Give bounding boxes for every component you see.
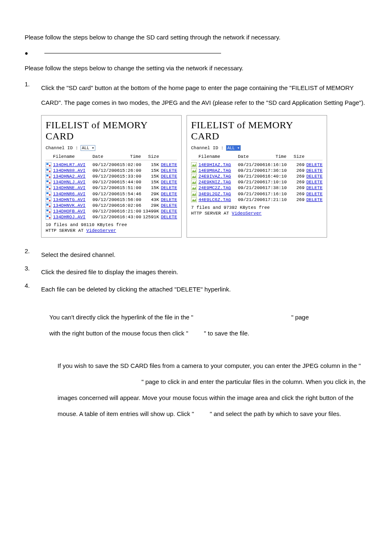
step-number: 3.	[25, 265, 41, 280]
avi-file-icon	[46, 192, 51, 196]
svg-point-5	[49, 171, 51, 172]
file-link[interactable]: 134DHNA2.AVI	[53, 174, 85, 179]
file-link[interactable]: 134DHNNE.AVI	[53, 185, 85, 190]
channel-select[interactable]: ALL ▾	[226, 145, 241, 151]
note-block-2: If you wish to save the SD CARD files fr…	[58, 358, 367, 422]
chevron-down-icon: ▾	[92, 146, 94, 150]
hdr-filename: Filename	[53, 154, 92, 159]
table-row: 134DHNLJ.AVI09/12/200615:44:0015KDELETE	[46, 179, 177, 185]
file-date: 09/12/2006	[92, 185, 120, 190]
step-3: 3. Click the desired file to display the…	[25, 265, 367, 280]
file-time: 16:16:10	[265, 162, 286, 167]
file-link[interactable]: 134DHLR7.AVI	[53, 162, 85, 167]
svg-point-2	[49, 165, 51, 166]
delete-link[interactable]: DELETE	[161, 168, 177, 173]
file-time: 15:56:00	[120, 197, 141, 202]
file-size: 15K	[141, 174, 159, 179]
svg-rect-7	[46, 175, 48, 176]
delete-link[interactable]: DELETE	[306, 168, 323, 173]
svg-rect-36	[191, 197, 197, 202]
delete-link[interactable]: DELETE	[161, 192, 177, 196]
hdr-size: Size	[141, 154, 159, 159]
file-date: 09/12/2006	[92, 168, 120, 173]
delete-link[interactable]: DELETE	[306, 197, 323, 202]
file-link[interactable]: 24E9IVAZ.TAG	[198, 174, 231, 179]
table-row: 134DHNR6.AVI09/12/200615:54:4629KDELETE	[46, 191, 177, 196]
file-date: 09/21/2006	[238, 162, 265, 167]
file-date: 09/12/2006	[92, 180, 120, 185]
file-link[interactable]: 134DHROJ.AVI	[53, 215, 85, 220]
delete-link[interactable]: DELETE	[161, 174, 177, 179]
file-time: 15:26:00	[120, 168, 141, 173]
channel-row: Channel ID : ALL ▾	[191, 145, 323, 151]
file-size: 15K	[141, 180, 159, 185]
file-date: 09/21/2006	[238, 168, 265, 173]
avi-file-icon	[46, 185, 51, 190]
table-row: 134DHN88.AVI09/12/200615:26:0015KDELETE	[46, 168, 177, 173]
bullet-row: ●	[25, 50, 367, 56]
step-4: 4. Each file can be deleted by clicking …	[25, 282, 367, 297]
file-link[interactable]: 134DHNTG.AVI	[53, 197, 85, 202]
svg-rect-25	[46, 210, 48, 211]
file-link[interactable]: 134DHNR6.AVI	[53, 192, 85, 196]
delete-link[interactable]: DELETE	[161, 197, 177, 202]
file-date: 09/12/2006	[92, 197, 120, 202]
file-time: 15:44:00	[120, 180, 141, 185]
avi-file-icon	[46, 162, 51, 167]
svg-point-29	[49, 217, 51, 219]
file-link[interactable]: 14E9HIAZ.TAG	[198, 162, 231, 167]
channel-select[interactable]: ALL ▾	[81, 145, 95, 151]
table-row: 134DHLR7.AVI09/12/200615:02:0015KDELETE	[46, 162, 177, 168]
step-text: Each file can be deleted by clicking the…	[41, 282, 367, 297]
videoserver-link[interactable]: VideoServer	[86, 228, 116, 233]
file-size: 269	[286, 168, 304, 173]
hdr-date: Date	[238, 154, 265, 159]
delete-link[interactable]: DELETE	[306, 174, 323, 179]
svg-rect-34	[191, 185, 197, 190]
table-header: Filename Date Time Size	[46, 153, 177, 160]
table-row: 24E9IVAZ.TAG09/21/200616:40:10269DELETE	[191, 173, 323, 179]
tag-file-icon	[191, 185, 197, 190]
chevron-down-icon: ▾	[237, 146, 240, 150]
file-link[interactable]: 24E9KNIZ.TAG	[198, 180, 231, 185]
intro-2: Please follow the steps below to change …	[25, 64, 367, 72]
avi-file-icon	[46, 203, 51, 208]
avi-file-icon	[46, 168, 51, 173]
table-row: 134DHNTG.AVI09/12/200615:56:0043KDELETE	[46, 197, 177, 203]
file-link[interactable]: 24E9MC2Z.TAG	[198, 185, 231, 190]
delete-link[interactable]: DELETE	[161, 162, 177, 167]
svg-rect-35	[191, 192, 197, 196]
tag-file-icon	[191, 197, 197, 202]
delete-link[interactable]: DELETE	[306, 162, 323, 167]
file-time: 17:36:10	[265, 168, 286, 173]
delete-link[interactable]: DELETE	[306, 192, 323, 196]
delete-link[interactable]: DELETE	[306, 180, 323, 185]
file-link[interactable]: 14E9M8AZ.TAG	[198, 168, 231, 173]
file-link[interactable]: 134DHN88.AVI	[53, 168, 85, 173]
delete-link[interactable]: DELETE	[161, 203, 177, 208]
delete-link[interactable]: DELETE	[161, 209, 177, 214]
underline	[44, 53, 221, 53]
step-number: 2.	[25, 247, 41, 262]
hdr-date: Date	[92, 154, 120, 159]
delete-link[interactable]: DELETE	[161, 180, 177, 185]
avi-file-icon	[46, 180, 51, 185]
file-link[interactable]: 134DHOFB.AVI	[53, 209, 85, 214]
delete-link[interactable]: DELETE	[306, 185, 323, 190]
delete-link[interactable]: DELETE	[161, 215, 177, 220]
file-size: 269	[286, 185, 304, 190]
videoserver-link[interactable]: VideoServer	[232, 211, 262, 216]
table-row: 24E9KNIZ.TAG09/21/200617:10:10269DELETE	[191, 179, 323, 185]
screenshot-row: FILELIST of MEMORY CARD Channel ID : ALL…	[41, 115, 367, 238]
file-link[interactable]: 34E9L2QZ.TAG	[198, 192, 231, 196]
bullet-icon: ●	[25, 50, 28, 56]
svg-rect-28	[46, 215, 48, 217]
file-link[interactable]: 44E9LC6Z.TAG	[198, 197, 231, 202]
file-link[interactable]: 134DHNLJ.AVI	[53, 180, 85, 185]
hdr-size: Size	[286, 154, 304, 159]
intro-1: Please follow the steps below to change …	[25, 33, 367, 42]
svg-rect-10	[46, 180, 48, 182]
delete-link[interactable]: DELETE	[161, 185, 177, 190]
file-time: 15:33:00	[120, 174, 141, 179]
file-link[interactable]: 134DHNVK.AVI	[53, 203, 85, 208]
